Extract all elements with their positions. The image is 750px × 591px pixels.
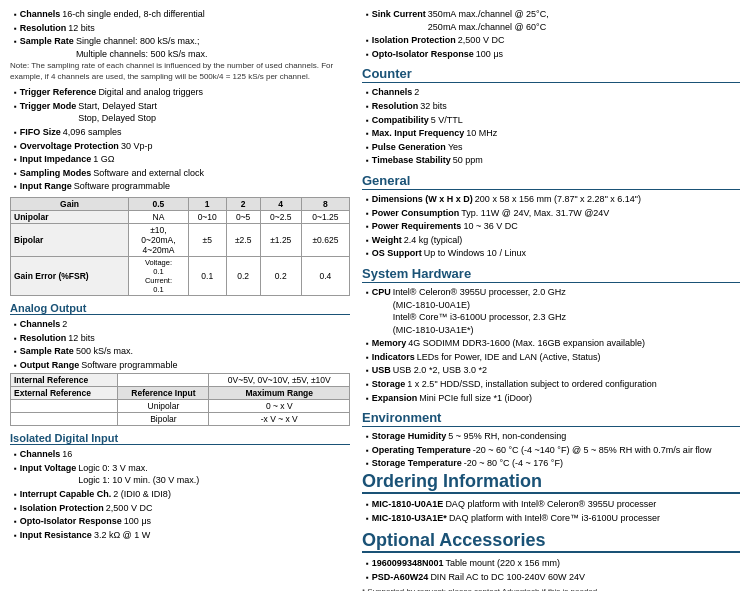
idi-isolation: Isolation Protection 2,500 V DC — [14, 502, 350, 515]
counter-max-freq: Max. Input Frequency 10 MHz — [366, 127, 740, 140]
output-range-bipolar-empty — [11, 413, 118, 426]
gain-error-8: 0.4 — [301, 256, 349, 295]
output-range-internal-label: Internal Reference — [11, 374, 118, 387]
spec-trigger-mode-key: Trigger Mode — [20, 100, 77, 125]
counter-pulse-gen-val: Yes — [448, 141, 463, 154]
spec-trigger-ref-key: Trigger Reference — [20, 86, 97, 99]
right-column: Sink Current 350mA max./channel @ 25°C,2… — [362, 8, 740, 591]
ao-channels-key: Channels — [20, 318, 61, 331]
env-operating-temp: Operating Temperature -20 ~ 60 °C (-4 ~1… — [366, 444, 740, 457]
hw-usb-val: USB 2.0 *2, USB 3.0 *2 — [393, 364, 487, 377]
general-power-consumption-key: Power Consumption — [372, 207, 460, 220]
counter-max-freq-val: 10 MHz — [466, 127, 497, 140]
gain-header-gain: Gain — [11, 197, 129, 210]
ordering-list: MIC-1810-U0A1E DAQ platform with Intel® … — [362, 498, 740, 524]
counter-timebase-val: 50 ppm — [453, 154, 483, 167]
opto-isolator-item: Opto-Isolator Response 100 μs — [366, 48, 740, 61]
opto-isolator-key: Opto-Isolator Response — [372, 48, 474, 61]
hw-indicators: Indicators LEDs for Power, IDE and LAN (… — [366, 351, 740, 364]
output-range-bipolar-val: -x V ~ x V — [209, 413, 350, 426]
counter-title: Counter — [362, 66, 740, 83]
general-dimensions: Dimensions (W x H x D) 200 x 58 x 156 mm… — [366, 193, 740, 206]
counter-compatibility: Compatibility 5 V/TTL — [366, 114, 740, 127]
gain-header-4: 4 — [260, 197, 301, 210]
output-range-internal-max: 0V~5V, 0V~10V, ±5V, ±10V — [209, 374, 350, 387]
isolated-digital-title: Isolated Digital Input — [10, 432, 350, 445]
hw-cpu: CPU Intel® Celeron® 3955U processer, 2.0… — [366, 286, 740, 336]
spec-input-impedance: Input Impedance 1 GΩ — [14, 153, 350, 166]
optional-list: 1960099348N001 Table mount (220 x 156 mm… — [362, 557, 740, 583]
counter-channels: Channels 2 — [366, 86, 740, 99]
idi-opto-key: Opto-Isolator Response — [20, 515, 122, 528]
spec-input-range: Input Range Software programmable — [14, 180, 350, 193]
opto-isolator-val: 100 μs — [476, 48, 503, 61]
gain-unipolar-8: 0~1.25 — [301, 210, 349, 223]
isolated-digital-specs: Channels 16 Input Voltage Logic 0: 3 V m… — [10, 448, 350, 541]
counter-compatibility-key: Compatibility — [372, 114, 429, 127]
optional-item-0-val: Table mount (220 x 156 mm) — [445, 557, 560, 570]
gain-header-1: 1 — [188, 197, 226, 210]
spec-channels-val: 16-ch single ended, 8-ch differential — [62, 8, 204, 21]
idi-input-voltage: Input Voltage Logic 0: 3 V max.Logic 1: … — [14, 462, 350, 487]
spec-trigger-ref-val: Digital and analog triggers — [98, 86, 203, 99]
hw-expansion-val: Mini PCIe full size *1 (iDoor) — [419, 392, 532, 405]
output-range-external-input-label: Reference Input — [118, 387, 209, 400]
gain-header-8: 8 — [301, 197, 349, 210]
hw-indicators-key: Indicators — [372, 351, 415, 364]
ao-channels-val: 2 — [62, 318, 67, 331]
counter-pulse-gen-key: Pulse Generation — [372, 141, 446, 154]
spec-sampling-modes-key: Sampling Modes — [20, 167, 92, 180]
general-weight-val: 2.4 kg (typical) — [404, 234, 463, 247]
ao-resolution-key: Resolution — [20, 332, 67, 345]
counter-max-freq-key: Max. Input Frequency — [372, 127, 465, 140]
ordering-item-0: MIC-1810-U0A1E DAQ platform with Intel® … — [366, 498, 740, 511]
counter-timebase-key: Timebase Stability — [372, 154, 451, 167]
general-dimensions-key: Dimensions (W x H x D) — [372, 193, 473, 206]
gain-error-4: 0.2 — [260, 256, 301, 295]
spec-overvoltage-val: 30 Vp-p — [121, 140, 153, 153]
hw-expansion: Expansion Mini PCIe full size *1 (iDoor) — [366, 392, 740, 405]
env-operating-temp-key: Operating Temperature — [372, 444, 471, 457]
output-range-internal-input — [118, 374, 209, 387]
sink-current-list: Sink Current 350mA max./channel @ 25°C,2… — [362, 8, 740, 60]
ao-output-range-key: Output Range — [20, 359, 80, 372]
optional-item-0-key: 1960099348N001 — [372, 557, 444, 570]
isolation-protection-item: Isolation Protection 2,500 V DC — [366, 34, 740, 47]
env-storage-humidity: Storage Humidity 5 ~ 95% RH, non-condens… — [366, 430, 740, 443]
spec-input-range-key: Input Range — [20, 180, 72, 193]
output-range-external-max-label: Maximum Range — [209, 387, 350, 400]
idi-opto: Opto-Isolator Response 100 μs — [14, 515, 350, 528]
hw-cpu-key: CPU — [372, 286, 391, 336]
counter-resolution-val: 32 bits — [420, 100, 447, 113]
main-content: Channels 16-ch single ended, 8-ch differ… — [10, 8, 740, 591]
output-range-unipolar-empty — [11, 400, 118, 413]
optional-title: Optional Accessories — [362, 530, 740, 553]
output-range-unipolar-val: 0 ~ x V — [209, 400, 350, 413]
ordering-item-0-val: DAQ platform with Intel® Celeron® 3955U … — [445, 498, 656, 511]
spec-channels: Channels 16-ch single ended, 8-ch differ… — [14, 8, 350, 21]
env-storage-humidity-key: Storage Humidity — [372, 430, 447, 443]
analog-output-title: Analog Output — [10, 302, 350, 315]
general-power-consumption: Power Consumption Typ. 11W @ 24V, Max. 3… — [366, 207, 740, 220]
gain-header-05: 0.5 — [129, 197, 189, 210]
spec-sample-rate-val: Single channel: 800 kS/s max.;Multiple c… — [76, 35, 208, 60]
sink-current-val: 350mA max./channel @ 25°C,250mA max./cha… — [428, 8, 549, 33]
gain-error-2: 0.2 — [226, 256, 260, 295]
hw-memory: Memory 4G SODIMM DDR3-1600 (Max. 16GB ex… — [366, 337, 740, 350]
spec-fifo: FIFO Size 4,096 samples — [14, 126, 350, 139]
hw-storage-key: Storage — [372, 378, 406, 391]
output-range-bipolar: Bipolar -x V ~ x V — [11, 413, 350, 426]
sink-current-item: Sink Current 350mA max./channel @ 25°C,2… — [366, 8, 740, 33]
spec-trigger-mode: Trigger Mode Start, Delayed StartStop, D… — [14, 100, 350, 125]
system-hardware-title: System Hardware — [362, 266, 740, 283]
ao-output-range-val: Software programmable — [81, 359, 177, 372]
env-storage-humidity-val: 5 ~ 95% RH, non-condensing — [448, 430, 566, 443]
gain-row-unipolar: Unipolar NA 0~10 0~5 0~2.5 0~1.25 — [11, 210, 350, 223]
idi-input-resistance-key: Input Resistance — [20, 529, 92, 542]
spec-resolution: Resolution 12 bits — [14, 22, 350, 35]
idi-channels: Channels 16 — [14, 448, 350, 461]
optional-item-1-val: DIN Rail AC to DC 100-240V 60W 24V — [430, 571, 585, 584]
optional-item-1: PSD-A60W24 DIN Rail AC to DC 100-240V 60… — [366, 571, 740, 584]
ao-output-range: Output Range Software programmable — [14, 359, 350, 372]
idi-input-voltage-val: Logic 0: 3 V max.Logic 1: 10 V min. (30 … — [78, 462, 199, 487]
